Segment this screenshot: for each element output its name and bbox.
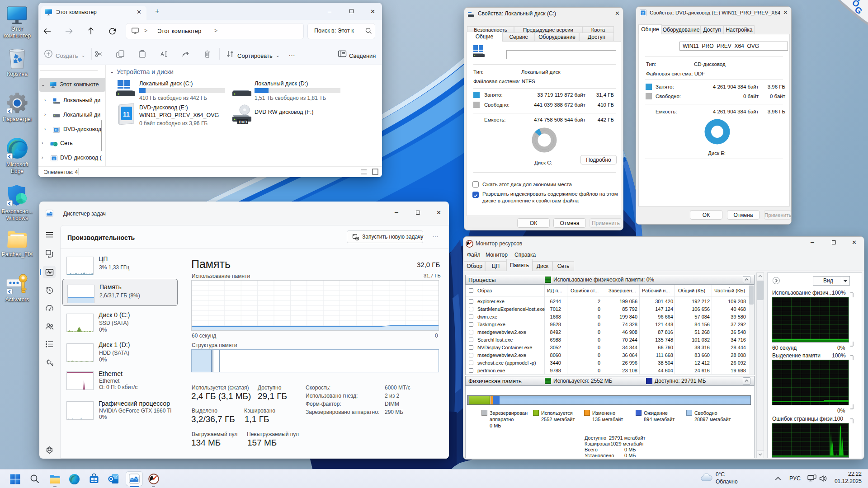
svg-text:11: 11 bbox=[52, 157, 56, 160]
svg-text:DVD: DVD bbox=[239, 120, 248, 124]
svg-text:11: 11 bbox=[55, 129, 58, 131]
svg-text:11: 11 bbox=[123, 111, 130, 118]
svg-text:11: 11 bbox=[642, 12, 645, 15]
